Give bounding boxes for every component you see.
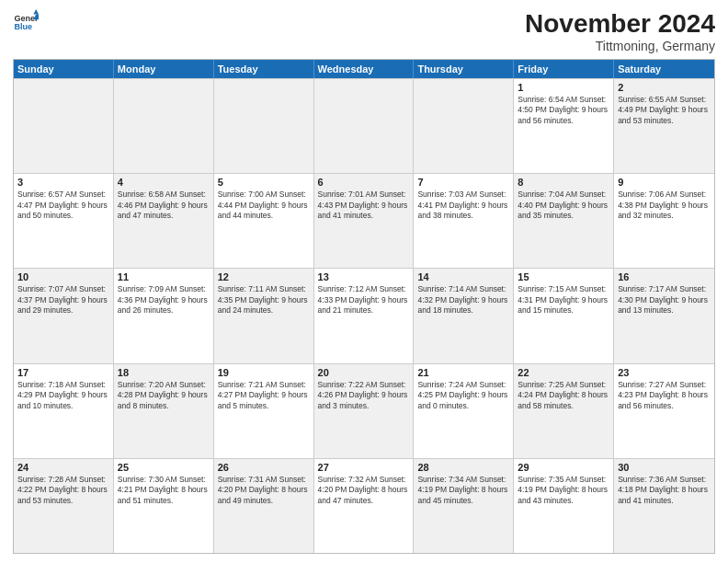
- day-info: Sunrise: 7:35 AM Sunset: 4:19 PM Dayligh…: [518, 475, 609, 506]
- day-number: 22: [518, 367, 609, 378]
- day-number: 1: [518, 82, 609, 93]
- day-cell-4: 4Sunrise: 6:58 AM Sunset: 4:46 PM Daylig…: [114, 174, 214, 268]
- day-info: Sunrise: 7:04 AM Sunset: 4:40 PM Dayligh…: [518, 190, 609, 221]
- page: General Blue November 2024 Tittmoning, G…: [0, 0, 728, 563]
- day-cell-8: 8Sunrise: 7:04 AM Sunset: 4:40 PM Daylig…: [514, 174, 614, 268]
- day-number: 14: [417, 271, 509, 282]
- svg-text:Blue: Blue: [14, 22, 32, 31]
- day-cell-17: 17Sunrise: 7:18 AM Sunset: 4:29 PM Dayli…: [14, 364, 114, 458]
- calendar-row-0: 1Sunrise: 6:54 AM Sunset: 4:50 PM Daylig…: [14, 78, 714, 173]
- header: General Blue November 2024 Tittmoning, G…: [13, 9, 715, 53]
- calendar-header: SundayMondayTuesdayWednesdayThursdayFrid…: [14, 60, 714, 78]
- day-info: Sunrise: 7:18 AM Sunset: 4:29 PM Dayligh…: [17, 380, 109, 411]
- day-cell-29: 29Sunrise: 7:35 AM Sunset: 4:19 PM Dayli…: [514, 459, 614, 553]
- day-info: Sunrise: 7:06 AM Sunset: 4:38 PM Dayligh…: [618, 190, 711, 221]
- empty-cell-0-3: [314, 79, 415, 173]
- day-info: Sunrise: 7:30 AM Sunset: 4:21 PM Dayligh…: [118, 475, 210, 506]
- day-cell-25: 25Sunrise: 7:30 AM Sunset: 4:21 PM Dayli…: [114, 459, 214, 553]
- header-day-tuesday: Tuesday: [214, 60, 314, 78]
- day-number: 10: [17, 271, 109, 282]
- day-cell-3: 3Sunrise: 6:57 AM Sunset: 4:47 PM Daylig…: [14, 174, 114, 268]
- day-number: 24: [17, 462, 109, 473]
- day-cell-27: 27Sunrise: 7:32 AM Sunset: 4:20 PM Dayli…: [314, 459, 415, 553]
- day-info: Sunrise: 6:54 AM Sunset: 4:50 PM Dayligh…: [518, 95, 609, 126]
- day-number: 27: [318, 462, 410, 473]
- day-number: 21: [417, 367, 509, 378]
- day-cell-19: 19Sunrise: 7:21 AM Sunset: 4:27 PM Dayli…: [214, 364, 314, 458]
- day-info: Sunrise: 7:01 AM Sunset: 4:43 PM Dayligh…: [318, 190, 410, 221]
- empty-cell-0-1: [114, 79, 214, 173]
- day-number: 18: [118, 367, 210, 378]
- day-number: 25: [118, 462, 210, 473]
- day-number: 13: [318, 271, 410, 282]
- day-info: Sunrise: 7:03 AM Sunset: 4:41 PM Dayligh…: [417, 190, 509, 221]
- day-number: 17: [17, 367, 109, 378]
- day-info: Sunrise: 7:09 AM Sunset: 4:36 PM Dayligh…: [118, 284, 210, 316]
- calendar: SundayMondayTuesdayWednesdayThursdayFrid…: [13, 59, 715, 554]
- day-info: Sunrise: 7:14 AM Sunset: 4:32 PM Dayligh…: [417, 284, 509, 316]
- location-title: Tittmoning, Germany: [525, 39, 715, 53]
- day-info: Sunrise: 7:27 AM Sunset: 4:23 PM Dayligh…: [618, 380, 711, 411]
- header-day-saturday: Saturday: [614, 60, 714, 78]
- day-number: 5: [218, 177, 310, 188]
- day-number: 9: [618, 177, 711, 188]
- day-cell-15: 15Sunrise: 7:15 AM Sunset: 4:31 PM Dayli…: [514, 269, 614, 362]
- day-number: 11: [118, 271, 210, 282]
- day-info: Sunrise: 7:21 AM Sunset: 4:27 PM Dayligh…: [218, 380, 310, 411]
- header-day-sunday: Sunday: [14, 60, 114, 78]
- svg-marker-2: [33, 9, 39, 15]
- day-cell-7: 7Sunrise: 7:03 AM Sunset: 4:41 PM Daylig…: [414, 174, 514, 268]
- day-info: Sunrise: 6:55 AM Sunset: 4:49 PM Dayligh…: [618, 95, 711, 126]
- day-number: 23: [618, 367, 711, 378]
- day-cell-1: 1Sunrise: 6:54 AM Sunset: 4:50 PM Daylig…: [514, 79, 614, 173]
- header-day-monday: Monday: [114, 60, 214, 78]
- day-info: Sunrise: 7:28 AM Sunset: 4:22 PM Dayligh…: [17, 475, 109, 506]
- day-info: Sunrise: 7:12 AM Sunset: 4:33 PM Dayligh…: [318, 284, 410, 316]
- day-cell-26: 26Sunrise: 7:31 AM Sunset: 4:20 PM Dayli…: [214, 459, 314, 553]
- day-cell-22: 22Sunrise: 7:25 AM Sunset: 4:24 PM Dayli…: [514, 364, 614, 458]
- day-number: 16: [618, 271, 711, 282]
- day-number: 2: [618, 82, 711, 93]
- header-day-wednesday: Wednesday: [314, 60, 415, 78]
- day-cell-2: 2Sunrise: 6:55 AM Sunset: 4:49 PM Daylig…: [614, 79, 714, 173]
- calendar-row-4: 24Sunrise: 7:28 AM Sunset: 4:22 PM Dayli…: [14, 458, 714, 553]
- day-cell-12: 12Sunrise: 7:11 AM Sunset: 4:35 PM Dayli…: [214, 269, 314, 362]
- day-number: 19: [218, 367, 310, 378]
- day-number: 20: [318, 367, 410, 378]
- day-info: Sunrise: 6:58 AM Sunset: 4:46 PM Dayligh…: [118, 190, 210, 221]
- day-cell-10: 10Sunrise: 7:07 AM Sunset: 4:37 PM Dayli…: [14, 269, 114, 362]
- day-info: Sunrise: 7:32 AM Sunset: 4:20 PM Dayligh…: [318, 475, 410, 506]
- day-cell-28: 28Sunrise: 7:34 AM Sunset: 4:19 PM Dayli…: [414, 459, 514, 553]
- day-cell-18: 18Sunrise: 7:20 AM Sunset: 4:28 PM Dayli…: [114, 364, 214, 458]
- day-info: Sunrise: 7:31 AM Sunset: 4:20 PM Dayligh…: [218, 475, 310, 506]
- day-cell-23: 23Sunrise: 7:27 AM Sunset: 4:23 PM Dayli…: [614, 364, 714, 458]
- day-cell-14: 14Sunrise: 7:14 AM Sunset: 4:32 PM Dayli…: [414, 269, 514, 362]
- day-cell-16: 16Sunrise: 7:17 AM Sunset: 4:30 PM Dayli…: [614, 269, 714, 362]
- logo: General Blue: [13, 9, 40, 35]
- day-number: 3: [17, 177, 109, 188]
- day-info: Sunrise: 7:07 AM Sunset: 4:37 PM Dayligh…: [17, 284, 109, 316]
- day-cell-11: 11Sunrise: 7:09 AM Sunset: 4:36 PM Dayli…: [114, 269, 214, 362]
- day-cell-21: 21Sunrise: 7:24 AM Sunset: 4:25 PM Dayli…: [414, 364, 514, 458]
- day-number: 4: [118, 177, 210, 188]
- day-info: Sunrise: 7:22 AM Sunset: 4:26 PM Dayligh…: [318, 380, 410, 411]
- day-info: Sunrise: 7:00 AM Sunset: 4:44 PM Dayligh…: [218, 190, 310, 221]
- day-number: 12: [218, 271, 310, 282]
- empty-cell-0-0: [14, 79, 114, 173]
- day-info: Sunrise: 7:20 AM Sunset: 4:28 PM Dayligh…: [118, 380, 210, 411]
- header-day-thursday: Thursday: [414, 60, 514, 78]
- day-info: Sunrise: 7:24 AM Sunset: 4:25 PM Dayligh…: [417, 380, 509, 411]
- day-cell-24: 24Sunrise: 7:28 AM Sunset: 4:22 PM Dayli…: [14, 459, 114, 553]
- month-title: November 2024: [525, 9, 715, 39]
- day-number: 29: [518, 462, 609, 473]
- calendar-row-1: 3Sunrise: 6:57 AM Sunset: 4:47 PM Daylig…: [14, 173, 714, 268]
- day-cell-5: 5Sunrise: 7:00 AM Sunset: 4:44 PM Daylig…: [214, 174, 314, 268]
- day-number: 26: [218, 462, 310, 473]
- day-info: Sunrise: 7:25 AM Sunset: 4:24 PM Dayligh…: [518, 380, 609, 411]
- day-cell-20: 20Sunrise: 7:22 AM Sunset: 4:26 PM Dayli…: [314, 364, 415, 458]
- day-info: Sunrise: 7:15 AM Sunset: 4:31 PM Dayligh…: [518, 284, 609, 316]
- calendar-row-2: 10Sunrise: 7:07 AM Sunset: 4:37 PM Dayli…: [14, 268, 714, 362]
- calendar-body: 1Sunrise: 6:54 AM Sunset: 4:50 PM Daylig…: [14, 78, 714, 553]
- empty-cell-0-2: [214, 79, 314, 173]
- day-info: Sunrise: 6:57 AM Sunset: 4:47 PM Dayligh…: [17, 190, 109, 221]
